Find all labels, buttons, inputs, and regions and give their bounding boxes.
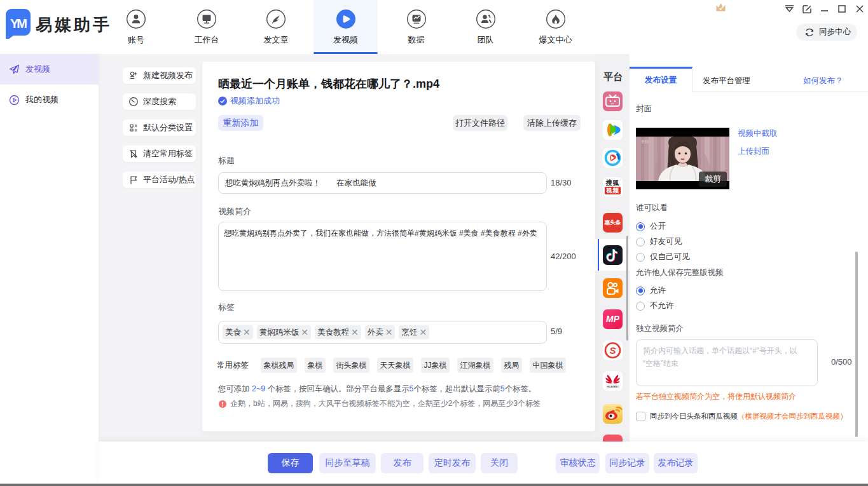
svg-text:S: S	[609, 345, 616, 356]
svg-text:美拍: 美拍	[641, 139, 649, 144]
svg-text:HUAWEI: HUAWEI	[607, 385, 618, 388]
svg-text:YM: YM	[10, 17, 27, 30]
